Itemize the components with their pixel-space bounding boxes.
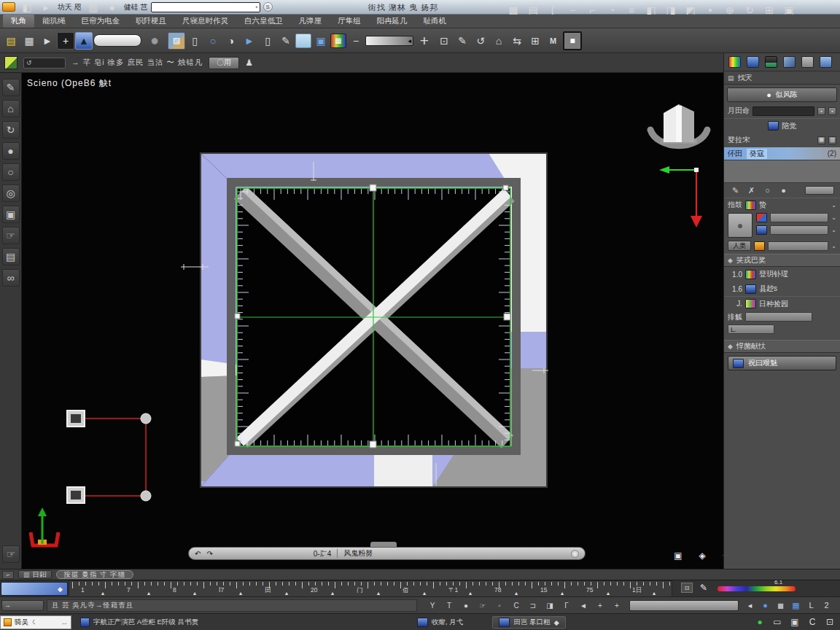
menu-item-3[interactable]: 职阡梗且 (128, 15, 174, 28)
bump-field[interactable] (770, 225, 828, 235)
spinner-icon[interactable]: ⌄ (831, 214, 836, 221)
search-input[interactable]: ◔ (151, 2, 260, 12)
render-square-icon[interactable]: ■ (563, 31, 582, 50)
lasso-rotate-icon[interactable]: ↺ (472, 32, 489, 50)
selection-info-chip[interactable]: 按据 曼指 寸 字猫 (56, 570, 133, 579)
ring-small-icon[interactable]: ○ (762, 185, 773, 196)
spinner-icon[interactable]: ⌄ (831, 243, 836, 249)
key-marker-icon[interactable]: ▴ (515, 590, 518, 596)
name-input[interactable] (752, 106, 814, 116)
folder-icon[interactable]: ▥ (85, 0, 102, 16)
menu-item-5[interactable]: 自六皇低卫 (236, 15, 291, 28)
s-badge-icon[interactable]: S (263, 2, 273, 12)
plus-cross-icon[interactable]: + (414, 32, 435, 50)
color-map-icon[interactable]: ▦ (330, 34, 346, 48)
l-shape-icon[interactable]: L (806, 600, 817, 611)
zoom-region-icon[interactable]: ◎ (2, 184, 20, 202)
undo-arc-icon[interactable]: ↶ (195, 550, 201, 558)
blob-icon[interactable]: ● (461, 600, 471, 610)
coordinate-input[interactable] (629, 600, 739, 611)
menu-item-9[interactable]: 耻甬机 (416, 15, 455, 28)
assign-button[interactable]: 人类 (728, 241, 751, 251)
render-mode-label[interactable]: 风鬼粉努 (343, 548, 373, 559)
panel-dot-icon[interactable]: ▯ (259, 32, 276, 50)
link-chain-icon[interactable]: ∞ (2, 269, 20, 287)
value-field[interactable]: L. (728, 324, 774, 334)
brush-icon[interactable]: ✎ (277, 32, 295, 50)
diffuse-field[interactable] (770, 213, 828, 222)
selection-set-label[interactable]: 健硅 芑 (124, 2, 148, 12)
auto-key-button[interactable]: 祝曰艰魅 (728, 356, 836, 370)
pan-hand-icon[interactable]: ☞ (2, 227, 20, 244)
sort-field[interactable] (745, 312, 812, 322)
bump-map-icon[interactable] (756, 225, 767, 235)
orbit-view-icon[interactable]: C (806, 616, 818, 628)
ring-icon[interactable]: ○ (204, 32, 222, 50)
save-icon[interactable]: ◧ (18, 0, 36, 16)
box-icon[interactable]: ▫ (494, 600, 505, 610)
menu-item-2[interactable]: 巨帘为电金 (74, 15, 128, 28)
viewport[interactable]: Scieno (OpeB6 觖t ↶ ↷ 0-㌃4 风鬼粉努 ▣◈❖ (22, 73, 723, 569)
scene-blob-icon[interactable]: ● (104, 0, 121, 16)
mini-dropdown[interactable] (805, 186, 834, 195)
key-marker-icon[interactable]: ▴ (377, 590, 380, 596)
selection-filter-slider[interactable]: ◂ (365, 36, 413, 46)
create-tab-icon[interactable] (728, 56, 741, 68)
play-forward-icon[interactable]: ► (39, 32, 56, 50)
hand-tool-icon[interactable]: ☞ (2, 545, 20, 563)
diffuse-map-icon[interactable] (756, 213, 767, 222)
viewport-label[interactable]: Scieno (OpeB6 觖t (27, 77, 112, 90)
panel-hand-icon[interactable]: ▣ (2, 206, 20, 223)
pan-view-icon[interactable]: ▭ (771, 616, 783, 628)
snap-toggle-icon[interactable]: ◈ (693, 547, 711, 564)
key-marker-icon[interactable]: ▴ (607, 590, 610, 596)
apply-button[interactable]: 〇用 (209, 57, 239, 69)
opacity-map-icon[interactable] (754, 241, 765, 251)
stacked-views-icon[interactable]: ▣ (312, 32, 330, 50)
key-marker-icon[interactable]: ▴ (561, 590, 564, 596)
brush-icon[interactable]: ✎ (700, 583, 707, 593)
mountain-thumb-icon[interactable]: ▲ (75, 32, 93, 50)
time-tag-toggle[interactable]: 田岂 㫡口粗 ◆ (492, 616, 565, 629)
maxscript-listener[interactable]: 骑吴 ㄑ ↔ (0, 615, 71, 629)
house-arrow-icon[interactable]: ⌂ (490, 32, 508, 50)
zoom-view-icon[interactable]: ▣ (789, 616, 801, 628)
zoom-icon[interactable]: ○ (2, 163, 20, 181)
key-filter-icon[interactable]: ⊡ (681, 583, 693, 593)
workspace-icon[interactable] (4, 56, 18, 69)
safe-frame-icon[interactable]: ▣ (669, 547, 687, 564)
selected-list-item[interactable]: 伓田 癸寇 (2) (724, 147, 840, 160)
abs-offset-icon[interactable]: T (444, 600, 454, 610)
gamma-icon[interactable]: Γ (561, 600, 572, 610)
named-selection-dropdown[interactable] (93, 34, 141, 47)
key-marker-icon[interactable]: ▴ (331, 590, 334, 596)
key-marker-icon[interactable]: ▴ (239, 590, 242, 596)
key-marker-icon[interactable]: ▴ (653, 590, 656, 596)
modify-tab-icon[interactable] (747, 56, 759, 68)
app-logo-icon[interactable] (2, 2, 15, 12)
display-tab-icon[interactable] (801, 56, 814, 68)
arrow-plane-icon[interactable]: ► (241, 32, 258, 50)
spinner-icon[interactable]: ⌄ (831, 227, 836, 233)
dropdown-arrow-icon[interactable]: ◂ (744, 600, 755, 611)
material-map-icon[interactable] (745, 201, 756, 210)
minus-icon[interactable]: − (347, 32, 365, 50)
menu-item-0[interactable]: 乳角 (3, 15, 34, 28)
spinner-up-icon[interactable]: ▪ (817, 107, 825, 115)
blob-small-icon[interactable]: ● (778, 185, 789, 196)
menu-item-6[interactable]: 凡弹厘 (291, 15, 330, 28)
motion-tab-icon[interactable] (783, 56, 796, 68)
cube-icon[interactable]: ◼ (775, 600, 786, 611)
cut-icon[interactable]: ✗ (746, 185, 757, 196)
home-house-icon[interactable]: ⌂ (2, 100, 20, 117)
picture-icon[interactable]: ▨ (168, 32, 185, 50)
object-list[interactable] (724, 160, 840, 183)
layers-tab[interactable]: ▥ 日鈤 (18, 570, 52, 579)
render-control-pill[interactable]: ↶ ↷ 0-㌃4 风鬼粉努 (188, 547, 586, 560)
ink-pen-icon[interactable]: ✎ (2, 79, 20, 96)
key-marker-icon[interactable]: ▴ (147, 590, 150, 596)
flag-square-icon[interactable]: ⊡ (435, 32, 453, 50)
crosshair-box-icon[interactable]: + (57, 32, 74, 50)
grid-blue-icon[interactable]: ▦ (790, 600, 801, 611)
menu-item-7[interactable]: 厅隼组 (330, 15, 369, 28)
